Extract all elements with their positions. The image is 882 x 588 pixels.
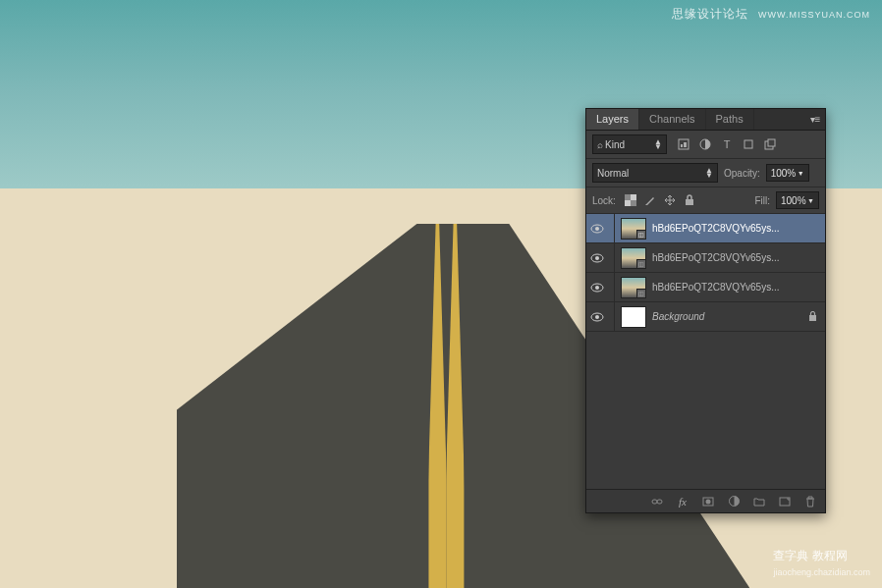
svg-point-17 [595, 286, 599, 290]
svg-rect-8 [631, 200, 636, 206]
panel-tab-bar: Layers Channels Paths ▾≡ [586, 109, 825, 131]
lock-transparency-icon[interactable] [624, 193, 637, 207]
layer-name[interactable]: hBd6EPoQT2C8VQYv65ys... [652, 252, 821, 263]
svg-rect-4 [744, 140, 752, 148]
layer-name[interactable]: Background [652, 311, 802, 322]
watermark-bottom: 查字典 教程网 jiaocheng.chazidian.com [773, 548, 870, 578]
layer-row[interactable]: ◫ hBd6EPoQT2C8VQYv65ys... [586, 214, 825, 243]
blend-row: Normal ▲▼ Opacity: 100% ▼ [586, 159, 825, 187]
adjustment-layer-icon[interactable] [727, 495, 741, 508]
filter-kind-dropdown[interactable]: ⌕ Kind ▲▼ [592, 134, 667, 154]
layers-panel: Layers Channels Paths ▾≡ ⌕ Kind ▲▼ T [585, 108, 826, 513]
layer-thumbnail[interactable] [621, 306, 646, 328]
svg-rect-6 [768, 139, 775, 146]
layers-list: ◫ hBd6EPoQT2C8VQYv65ys... ◫ hBd6EPoQT2C8… [586, 214, 825, 489]
tab-layers[interactable]: Layers [586, 109, 639, 130]
layer-row[interactable]: ◫ hBd6EPoQT2C8VQYv65ys... [586, 273, 825, 302]
opacity-input[interactable]: 100% ▼ [766, 164, 809, 182]
filter-row: ⌕ Kind ▲▼ T [586, 131, 825, 159]
visibility-toggle-icon[interactable] [590, 224, 608, 234]
svg-rect-2 [684, 142, 687, 147]
smart-object-badge-icon: ◫ [636, 289, 646, 298]
layer-thumbnail[interactable]: ◫ [621, 277, 646, 298]
filter-pixel-icon[interactable] [677, 137, 690, 151]
svg-point-24 [706, 499, 711, 504]
delete-layer-icon[interactable] [803, 495, 817, 508]
filter-adjustment-icon[interactable] [698, 137, 712, 151]
svg-point-13 [595, 227, 599, 231]
layer-style-icon[interactable]: fx [676, 495, 689, 508]
svg-rect-20 [809, 315, 816, 321]
visibility-toggle-icon[interactable] [590, 283, 608, 293]
lock-pixels-icon[interactable] [643, 193, 657, 207]
filter-shape-icon[interactable] [742, 137, 755, 151]
fill-label: Fill: [754, 195, 770, 206]
tab-paths[interactable]: Paths [706, 109, 754, 130]
link-layers-icon[interactable] [650, 495, 664, 508]
fill-input[interactable]: 100% ▼ [776, 191, 819, 209]
lock-indicator-icon [808, 311, 817, 322]
panel-footer: fx [586, 489, 825, 512]
svg-rect-9 [631, 194, 636, 200]
visibility-toggle-icon[interactable] [590, 312, 608, 322]
lock-label: Lock: [592, 195, 616, 206]
panel-menu-icon[interactable]: ▾≡ [805, 109, 825, 130]
layer-row[interactable]: Background [586, 302, 825, 332]
svg-rect-7 [625, 194, 631, 200]
lock-all-icon[interactable] [683, 193, 696, 207]
new-layer-icon[interactable] [778, 495, 792, 508]
svg-rect-21 [652, 500, 657, 504]
filter-type-icon[interactable]: T [720, 137, 734, 151]
filter-smart-icon[interactable] [763, 137, 777, 151]
layer-row[interactable]: ◫ hBd6EPoQT2C8VQYv65ys... [586, 243, 825, 273]
visibility-toggle-icon[interactable] [590, 253, 608, 263]
svg-rect-10 [625, 200, 631, 206]
layer-mask-icon[interactable] [701, 495, 715, 508]
svg-rect-22 [657, 500, 662, 504]
layer-name[interactable]: hBd6EPoQT2C8VQYv65ys... [652, 282, 821, 293]
tab-channels[interactable]: Channels [639, 109, 705, 130]
smart-object-badge-icon: ◫ [636, 230, 646, 240]
lock-row: Lock: Fill: 100% ▼ [586, 187, 825, 214]
lock-position-icon[interactable] [663, 193, 677, 207]
watermark-top: 思缘设计论坛 WWW.MISSYUAN.COM [672, 6, 870, 23]
layer-name[interactable]: hBd6EPoQT2C8VQYv65ys... [652, 223, 821, 234]
layer-thumbnail[interactable]: ◫ [621, 247, 646, 269]
opacity-label: Opacity: [724, 168, 760, 179]
svg-rect-11 [686, 199, 693, 205]
svg-point-19 [595, 315, 599, 319]
svg-rect-1 [681, 144, 683, 147]
blend-mode-dropdown[interactable]: Normal ▲▼ [592, 163, 718, 183]
new-group-icon[interactable] [752, 495, 766, 508]
svg-point-15 [595, 256, 599, 260]
smart-object-badge-icon: ◫ [636, 259, 646, 269]
layer-thumbnail[interactable]: ◫ [621, 218, 646, 240]
